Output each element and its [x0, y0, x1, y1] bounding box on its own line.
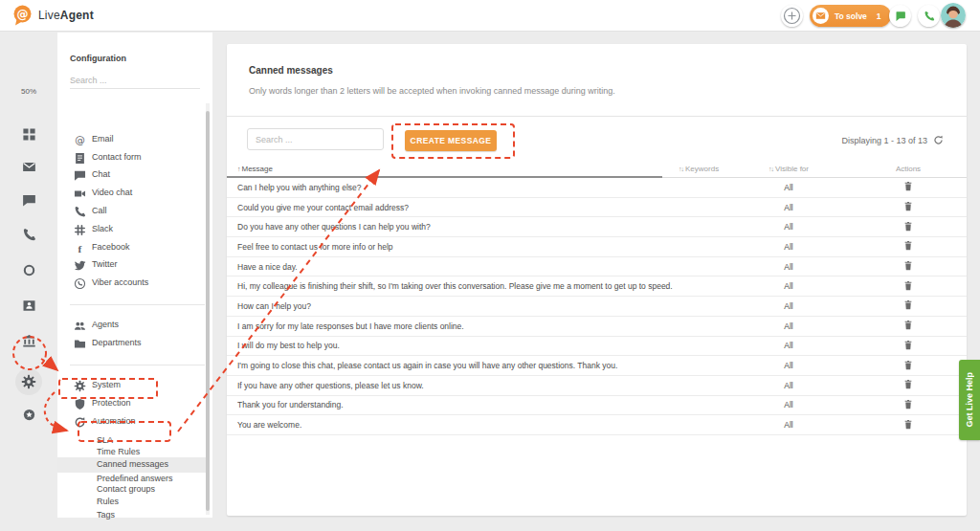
- message-cell[interactable]: Do you have any other questions I can he…: [237, 222, 679, 232]
- divider: [70, 365, 205, 365]
- rail-dashboard-button[interactable]: [0, 121, 57, 147]
- delete-button[interactable]: [903, 320, 913, 330]
- rail-tickets-button[interactable]: [0, 153, 57, 180]
- add-button[interactable]: [781, 5, 803, 27]
- sidebar-item-departments[interactable]: Departments: [57, 336, 209, 350]
- delete-button[interactable]: [903, 260, 913, 271]
- phone-icon: [74, 205, 86, 222]
- delete-button[interactable]: [903, 340, 913, 350]
- to-solve-button[interactable]: To solve 1: [810, 5, 891, 27]
- message-cell[interactable]: Hi, my colleague is finishing their shif…: [237, 281, 679, 291]
- sidebar-item-tags[interactable]: Tags: [57, 509, 209, 521]
- actions-cell: [850, 340, 967, 352]
- sidebar-item-contact-form[interactable]: Contact form: [57, 150, 209, 165]
- delete-button[interactable]: [903, 280, 913, 291]
- chats-button[interactable]: [889, 5, 911, 27]
- sidebar-item-email[interactable]: @ Email: [57, 132, 209, 146]
- sidebar-item-protection[interactable]: Protection: [57, 396, 209, 410]
- sidebar-item-viber[interactable]: Viber accounts: [57, 276, 209, 290]
- column-header-actions: Actions: [850, 165, 967, 173]
- sidebar-item-facebook[interactable]: f Facebook: [57, 240, 209, 254]
- table-row: Do you have any other questions I can he…: [227, 217, 967, 237]
- visible-for-cell: All: [727, 262, 850, 272]
- sidebar-item-call[interactable]: Call: [57, 204, 209, 218]
- displaying-count: Displaying 1 - 13 of 13: [841, 135, 944, 145]
- visible-for-cell: All: [727, 341, 850, 350]
- sidebar-item-automation[interactable]: Automation: [57, 414, 209, 429]
- sidebar-item-predefined-answers[interactable]: Predefined answers: [57, 470, 209, 482]
- twitter-icon: [74, 258, 86, 276]
- delete-button[interactable]: [903, 399, 913, 409]
- column-header-visible-for[interactable]: ↑↓Visible for: [727, 165, 850, 173]
- table-row: Thank you for understanding. All: [227, 396, 967, 416]
- sidebar-item-twitter[interactable]: Twitter: [57, 257, 209, 272]
- sidebar-search-input[interactable]: [70, 73, 200, 89]
- grid-icon: [22, 127, 36, 142]
- message-cell[interactable]: Feel free to contact us for more info or…: [237, 242, 679, 252]
- delete-button[interactable]: [903, 240, 913, 251]
- get-live-help-button[interactable]: Get Live Help: [959, 360, 980, 440]
- actions-cell: [850, 320, 967, 332]
- avatar[interactable]: [941, 3, 966, 28]
- ring-icon: [22, 263, 36, 277]
- delete-button[interactable]: [903, 360, 913, 370]
- actions-cell: [850, 360, 967, 372]
- delete-button[interactable]: [903, 181, 913, 191]
- sidebar-scrollbar: [206, 103, 210, 515]
- message-cell[interactable]: Have a nice day.: [237, 262, 679, 272]
- message-cell[interactable]: You are welcome.: [237, 420, 679, 430]
- table-row: Have a nice day. All: [227, 257, 967, 277]
- delete-button[interactable]: [903, 221, 913, 232]
- rail-addons-button[interactable]: [0, 401, 57, 428]
- table-row: I'm going to close this chat, please con…: [227, 356, 967, 376]
- actions-cell: [850, 299, 967, 312]
- message-cell[interactable]: I'm going to close this chat, please con…: [237, 361, 679, 370]
- column-header-keywords[interactable]: ↑↓Keywords: [679, 165, 727, 173]
- message-cell[interactable]: Could you give me your contact email add…: [237, 203, 679, 212]
- svg-text:f: f: [78, 243, 82, 254]
- calls-button[interactable]: [918, 5, 940, 27]
- viber-icon: [74, 277, 86, 294]
- delete-button[interactable]: [903, 419, 913, 430]
- table-row: I will do my best to help you. All: [227, 337, 967, 357]
- chat-bubble-icon: [22, 193, 36, 208]
- actions-cell: [850, 399, 967, 411]
- message-cell[interactable]: If you have any other questions, please …: [237, 381, 679, 390]
- message-cell[interactable]: I am sorry for my late responses but I h…: [237, 321, 679, 331]
- mail-icon: [22, 160, 36, 174]
- gear-icon: [74, 379, 86, 396]
- refresh-icon[interactable]: [933, 135, 944, 145]
- rail-chats-button[interactable]: [0, 187, 57, 213]
- zoom-level-label: 50%: [0, 87, 57, 96]
- rail-company-button[interactable]: [0, 327, 57, 354]
- messages-search-input[interactable]: [247, 128, 384, 150]
- rail-calls-button[interactable]: [0, 221, 57, 248]
- sidebar-scrollbar-thumb[interactable]: [206, 111, 210, 511]
- column-header-message[interactable]: ↑Message: [237, 165, 679, 173]
- create-message-button[interactable]: CREATE MESSAGE: [405, 130, 497, 151]
- at-icon: @: [74, 133, 86, 150]
- sidebar-item-agents[interactable]: Agents: [57, 318, 209, 332]
- visible-for-cell: All: [727, 242, 850, 252]
- sidebar-item-system[interactable]: System: [57, 378, 209, 392]
- message-cell[interactable]: Thank you for understanding.: [237, 400, 679, 409]
- sidebar-item-contact-groups[interactable]: Contact groups: [57, 483, 209, 496]
- delete-button[interactable]: [903, 201, 913, 211]
- sidebar-item-video-chat[interactable]: Video chat: [57, 186, 209, 200]
- message-cell[interactable]: How can I help you?: [237, 301, 679, 311]
- delete-button[interactable]: [903, 299, 913, 310]
- message-cell[interactable]: Can I help you with anything else?: [237, 183, 679, 192]
- sidebar-item-chat[interactable]: Chat: [57, 167, 209, 182]
- visible-for-cell: All: [727, 203, 850, 212]
- sidebar-item-slack[interactable]: Slack: [57, 222, 209, 236]
- delete-button[interactable]: [903, 379, 913, 389]
- table-row: How can I help you? All: [227, 297, 967, 317]
- rail-contacts-button[interactable]: [0, 292, 57, 319]
- message-cell[interactable]: I will do my best to help you.: [237, 341, 679, 350]
- chat-bubble-icon: [74, 168, 86, 186]
- rail-settings-button[interactable]: [0, 368, 57, 395]
- sidebar-item-rules[interactable]: Rules: [57, 496, 209, 508]
- facebook-icon: f: [74, 241, 86, 258]
- liveagent-logo[interactable]: @ LiveAgent: [11, 4, 94, 27]
- rail-social-button[interactable]: [0, 256, 57, 283]
